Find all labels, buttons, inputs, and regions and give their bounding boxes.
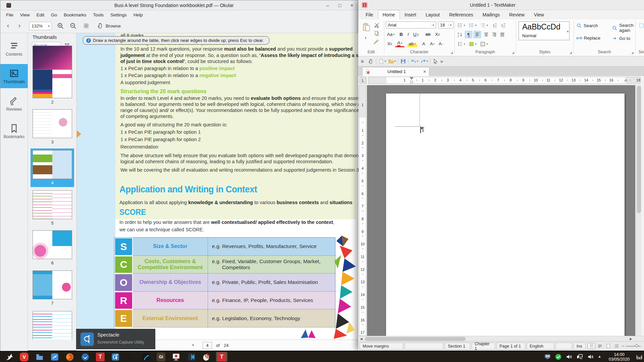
clock[interactable]: 14:00 03/05/2020 xyxy=(604,352,635,362)
spectacle-taskbar-icon[interactable] xyxy=(110,352,121,362)
horizontal-ruler[interactable]: 11234567891011121314151618 xyxy=(368,77,641,84)
thumbnail-page-4[interactable] xyxy=(33,150,72,179)
zoom-out-icon[interactable] xyxy=(69,22,77,29)
trim-view-icon[interactable] xyxy=(83,22,90,29)
menu-item-go[interactable]: Go xyxy=(48,11,60,18)
dialog-launcher-icon[interactable] xyxy=(450,52,453,54)
view-mode-lines[interactable] xyxy=(596,343,603,349)
previous-page-button[interactable]: ‹ xyxy=(4,22,12,29)
browse-label[interactable]: Browse xyxy=(106,23,121,28)
align-center-button[interactable] xyxy=(482,31,490,38)
sidebar-item-thumbnails[interactable]: Thumbnails xyxy=(0,64,28,88)
tab-references[interactable]: References xyxy=(444,10,478,19)
menu-item-file[interactable]: File xyxy=(3,11,16,18)
dialog-launcher-icon[interactable] xyxy=(570,52,572,54)
file-manager-taskbar-icon[interactable] xyxy=(34,352,45,362)
next-page-button[interactable]: › xyxy=(15,22,24,29)
textmaker-taskbar-icon[interactable]: T xyxy=(95,352,106,362)
menu-item-help[interactable]: Help xyxy=(130,11,146,18)
document-area[interactable]: ¶ xyxy=(367,85,635,336)
current-page-input[interactable] xyxy=(203,342,212,349)
horizontal-scrollbar[interactable]: ◀ ▶ xyxy=(358,336,644,341)
decrease-indent-button[interactable] xyxy=(491,21,498,29)
thumbnail-page-5[interactable] xyxy=(33,190,72,219)
paste-icon[interactable] xyxy=(362,22,372,32)
status-ins[interactable]: Ins xyxy=(574,343,586,350)
shrink-font-button[interactable]: A− xyxy=(437,40,445,47)
main-menu-button[interactable]: ≡ xyxy=(361,58,364,64)
subscript-button[interactable]: X2 xyxy=(433,31,441,38)
firefox-taskbar-icon[interactable] xyxy=(64,352,75,362)
change-case-button[interactable]: Aa▾ xyxy=(386,31,396,38)
sidebar-item-contents[interactable]: Contents xyxy=(0,37,28,61)
underline-button[interactable]: U▾ xyxy=(412,31,420,38)
view-mode-listview[interactable] xyxy=(613,343,620,349)
hand-tool-button[interactable] xyxy=(368,58,374,64)
strikethrough-button[interactable]: ab xyxy=(424,31,432,38)
styles-gallery[interactable]: AaBbCcDdNormal▾ xyxy=(519,21,570,40)
tab-stop-selector[interactable]: L xyxy=(360,77,366,83)
network[interactable] xyxy=(576,353,583,362)
save-button[interactable] xyxy=(400,58,406,64)
zoom-in-icon[interactable] xyxy=(57,22,64,29)
thumbnail-page-8[interactable] xyxy=(33,311,72,340)
menu-item-settings[interactable]: Settings xyxy=(107,11,130,18)
menu-item-view[interactable]: View xyxy=(17,11,33,18)
textmaker-active-taskbar-icon[interactable]: T xyxy=(216,352,227,362)
tab-file[interactable]: File xyxy=(361,10,378,19)
vivaldi-taskbar-icon[interactable]: V xyxy=(18,352,30,362)
app-launcher-taskbar-icon[interactable] xyxy=(3,352,15,362)
browse-hand-icon[interactable] xyxy=(97,22,104,29)
thumbnail-page-7[interactable] xyxy=(33,270,72,299)
increase-indent-button[interactable] xyxy=(500,21,507,29)
font-size-select[interactable]: 18▾ xyxy=(438,21,453,28)
toolbar-overflow-button[interactable]: » xyxy=(440,58,443,64)
vertical-ruler[interactable]: 11234567891011121314151617 xyxy=(359,85,366,336)
highlight-button[interactable]: ab▾ xyxy=(407,40,417,47)
font-name-select[interactable]: Arial▾ xyxy=(386,21,436,28)
screenshot-target-taskbar-icon[interactable] xyxy=(201,352,212,362)
replace-button[interactable]: a+bReplace xyxy=(576,36,600,41)
tab-home[interactable]: Home xyxy=(378,10,400,19)
gimp-taskbar-icon[interactable]: Gi xyxy=(155,352,167,362)
tray-expander[interactable]: ▲ xyxy=(598,354,601,358)
status-english[interactable]: English xyxy=(527,343,554,350)
scroll-right-icon[interactable]: ▶ xyxy=(629,337,633,341)
italic-button[interactable]: I xyxy=(406,31,411,38)
font-color-button[interactable]: A▾ xyxy=(395,40,405,47)
thumbnail-page-1[interactable] xyxy=(33,46,72,70)
view-mode-pageout[interactable] xyxy=(604,343,612,349)
status-empty[interactable] xyxy=(405,343,443,350)
thumbnail-page-6[interactable] xyxy=(33,230,72,259)
textmaker-titlebar[interactable]: T Untitled 1 - TextMaker xyxy=(358,0,644,10)
status-chapter-1[interactable]: Chapter 1 xyxy=(472,343,495,350)
format-painter-icon[interactable] xyxy=(373,39,379,45)
menu-item-tools[interactable]: Tools xyxy=(90,11,107,18)
inkscape-taskbar-icon[interactable] xyxy=(125,352,136,362)
tab-view[interactable]: View xyxy=(529,10,549,19)
menu-item-bookmarks[interactable]: Bookmarks xyxy=(61,11,90,18)
vertical-scrollbar[interactable] xyxy=(636,85,641,336)
undo-button[interactable]: ▾ xyxy=(411,58,418,64)
tab-review[interactable]: Review xyxy=(504,10,529,19)
align-left-button[interactable] xyxy=(474,31,481,38)
character-style-button[interactable]: A xyxy=(420,40,427,47)
redo-button[interactable]: ▾ xyxy=(420,58,428,64)
status-page-1-of-1[interactable]: Page 1 of 1 xyxy=(496,343,525,350)
borders-button[interactable]: ▾ xyxy=(479,40,489,48)
close-button[interactable]: × xyxy=(347,2,356,9)
zoom-out-label[interactable]: – xyxy=(622,343,624,348)
zoom-level-select[interactable]: 132%▾ xyxy=(29,22,52,30)
okular-titlebar[interactable]: Busi A level Strong Foundation workbookl… xyxy=(0,0,358,10)
zoom-slider-handle[interactable] xyxy=(635,344,638,347)
display-settings[interactable] xyxy=(544,353,551,362)
new-document-button[interactable]: ▾ xyxy=(378,58,386,64)
collapse-bar-button[interactable]: ▴ xyxy=(192,343,194,346)
inbox-tray[interactable] xyxy=(636,353,643,362)
maximize-button[interactable]: □ xyxy=(335,2,344,9)
thumbnail-page-3[interactable] xyxy=(33,109,72,138)
sidebar-item-bookmarks[interactable]: Bookmarks xyxy=(0,119,28,143)
tab-layout[interactable]: Layout xyxy=(421,10,444,19)
tab-insert[interactable]: Insert xyxy=(400,10,421,19)
dialog-launcher-icon[interactable] xyxy=(631,52,634,54)
